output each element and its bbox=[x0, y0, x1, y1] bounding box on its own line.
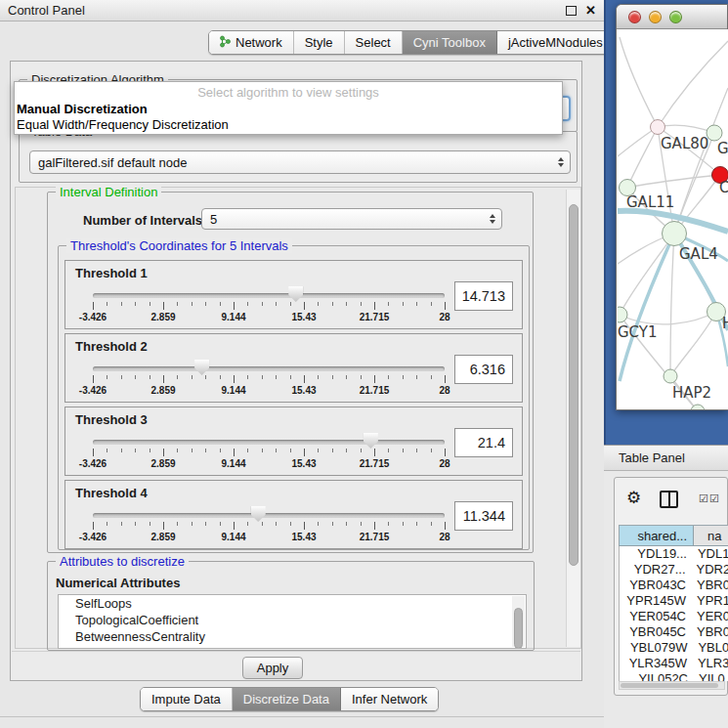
tick-label: 21.715 bbox=[360, 312, 390, 322]
network-node[interactable] bbox=[663, 222, 687, 246]
gear-icon[interactable]: ⚙ bbox=[626, 490, 641, 506]
table-row[interactable]: YDL19...YDL1 bbox=[620, 546, 728, 562]
interval-definition-group: Interval Definition Number of Intervals … bbox=[47, 192, 534, 553]
table-data-combo[interactable]: galFiltered.sif default node bbox=[29, 150, 571, 174]
table-row[interactable]: YLR345WYLR3 bbox=[620, 656, 728, 671]
slider-tick-labels: -3.4262.8599.14415.4321.71528 bbox=[65, 312, 522, 323]
top-tab-bar: Network Style Select Cyni Toolbox jActiv… bbox=[208, 30, 615, 55]
numerical-attributes-list: SelfLoopsTopologicalCoefficientBetweenne… bbox=[59, 595, 526, 645]
tab-impute-data[interactable]: Impute Data bbox=[141, 688, 233, 710]
table-header-shared[interactable]: shared... bbox=[620, 526, 694, 545]
slider-thumb[interactable] bbox=[251, 506, 266, 522]
network-edge[interactable] bbox=[620, 37, 658, 127]
close-icon[interactable]: ✕ bbox=[585, 3, 596, 18]
network-node-label: H bbox=[722, 315, 728, 332]
bottom-tab-bar: Impute Data Discretize Data Infer Networ… bbox=[140, 687, 439, 711]
traffic-light-button[interactable] bbox=[669, 11, 682, 23]
apply-button[interactable]: Apply bbox=[242, 657, 303, 679]
attribute-item[interactable]: BetweennessCentrality bbox=[59, 628, 526, 645]
table-row[interactable]: YER054CYER0 bbox=[620, 609, 728, 624]
table-row[interactable]: YBL079WYBL0 bbox=[620, 640, 728, 656]
table-data-combo-value: galFiltered.sif default node bbox=[38, 155, 187, 170]
table-row[interactable]: YPR145WYPR1 bbox=[620, 593, 728, 609]
tab-cyni-toolbox[interactable]: Cyni Toolbox bbox=[403, 31, 497, 54]
tick-label: 9.144 bbox=[221, 385, 245, 396]
tab-label: Infer Network bbox=[352, 692, 427, 707]
checkbox-icon[interactable]: ☑ bbox=[699, 492, 709, 504]
tick-label: 2.859 bbox=[150, 532, 175, 542]
table-header-name[interactable]: na bbox=[694, 526, 728, 545]
network-edge[interactable] bbox=[670, 312, 716, 376]
checkbox-icon[interactable]: ☑ bbox=[709, 492, 720, 504]
threshold-value-field[interactable]: 11.344 bbox=[454, 501, 513, 531]
tab-jactivemnodules[interactable]: jActiveMNodules bbox=[497, 31, 614, 54]
table-row[interactable]: YBR043CYBR0 bbox=[620, 578, 728, 593]
network-edge[interactable] bbox=[658, 125, 714, 133]
panel-bottom-divider bbox=[0, 716, 604, 717]
threshold-value-field[interactable]: 14.713 bbox=[454, 281, 513, 311]
checkbox-icons[interactable]: ☑☑ bbox=[699, 492, 720, 505]
slider-track[interactable] bbox=[93, 366, 445, 371]
network-window-titlebar bbox=[617, 5, 727, 29]
tab-infer-network[interactable]: Infer Network bbox=[341, 688, 438, 710]
network-edge[interactable] bbox=[670, 234, 674, 376]
threshold-value-field[interactable]: 6.316 bbox=[454, 355, 513, 384]
table-hscrollbar-thumb[interactable] bbox=[621, 683, 718, 688]
slider-track[interactable] bbox=[93, 293, 445, 298]
network-node[interactable] bbox=[618, 307, 627, 322]
popup-option-equal-width[interactable]: Equal Width/Frequency Discretization bbox=[17, 117, 229, 132]
tick-label: 9.144 bbox=[221, 312, 245, 322]
tab-select[interactable]: Select bbox=[345, 31, 403, 54]
threshold-value-field[interactable]: 21.4 bbox=[454, 428, 513, 457]
thresholds-group: Threshold's Coordinates for 5 Intervals … bbox=[58, 245, 530, 550]
slider-ticks bbox=[65, 449, 522, 458]
network-node[interactable] bbox=[664, 369, 677, 383]
columns-icon[interactable] bbox=[660, 491, 678, 508]
apply-separator bbox=[12, 651, 580, 652]
table-row[interactable]: YDR27...YDR2 bbox=[620, 562, 728, 578]
attribute-item[interactable]: TopologicalCoefficient bbox=[59, 612, 526, 628]
list-scrollbar[interactable] bbox=[512, 596, 525, 647]
tab-style[interactable]: Style bbox=[294, 31, 345, 54]
network-edge[interactable] bbox=[620, 312, 716, 324]
slider-track[interactable] bbox=[93, 440, 445, 445]
attribute-item[interactable]: SelfLoops bbox=[59, 595, 526, 612]
slider-thumb[interactable] bbox=[194, 360, 209, 375]
tab-network[interactable]: Network bbox=[209, 31, 294, 54]
slider-thumb[interactable] bbox=[288, 286, 303, 302]
panel-scrollbar[interactable] bbox=[566, 190, 580, 647]
float-window-icon[interactable] bbox=[566, 6, 577, 16]
traffic-light-button[interactable] bbox=[649, 11, 662, 23]
node-table: shared... na YDL19...YDL1YDR27...YDR2YBR… bbox=[619, 525, 728, 681]
slider-track[interactable] bbox=[93, 513, 445, 518]
traffic-light-button[interactable] bbox=[628, 11, 641, 23]
list-scrollbar-thumb[interactable] bbox=[514, 608, 523, 649]
slider-thumb[interactable] bbox=[364, 433, 378, 449]
network-node[interactable] bbox=[707, 125, 722, 141]
network-canvas[interactable]: GAL80GACGAL11GAL4GCY1HHAP2 bbox=[618, 29, 728, 409]
network-edge[interactable] bbox=[620, 234, 674, 381]
table-row[interactable]: YIL052CYIL0 bbox=[620, 671, 728, 681]
slider-ticks bbox=[65, 522, 522, 532]
tab-discretize-data[interactable]: Discretize Data bbox=[233, 688, 341, 710]
table-row[interactable]: YBR045CYBR0 bbox=[620, 624, 728, 640]
number-of-intervals-combo[interactable]: 5 bbox=[201, 208, 502, 230]
slider-ticks bbox=[65, 375, 522, 385]
network-edge[interactable] bbox=[627, 175, 720, 188]
tick-label: -3.426 bbox=[79, 385, 107, 396]
numerical-attributes-listbox: SelfLoopsTopologicalCoefficientBetweenne… bbox=[58, 594, 527, 649]
table-toolbar: ⚙ ☑☑ bbox=[615, 478, 727, 521]
tick-label: 2.859 bbox=[150, 458, 175, 469]
table-hscrollbar[interactable] bbox=[619, 681, 725, 690]
number-of-intervals-value: 5 bbox=[210, 212, 217, 227]
slider-tick-labels: -3.4262.8599.14415.4321.71528 bbox=[65, 385, 522, 397]
panel-scrollbar-thumb[interactable] bbox=[569, 204, 578, 566]
network-edge[interactable] bbox=[627, 127, 658, 188]
network-node-label: C bbox=[719, 179, 728, 196]
tick-label: 9.144 bbox=[221, 532, 245, 542]
popup-option-manual[interactable]: Manual Discretization bbox=[17, 102, 148, 116]
network-node[interactable] bbox=[651, 120, 665, 135]
tab-label: Style bbox=[305, 35, 333, 50]
network-node-label: GA bbox=[717, 140, 728, 157]
slider-tick-labels: -3.4262.8599.14415.4321.71528 bbox=[65, 458, 522, 470]
